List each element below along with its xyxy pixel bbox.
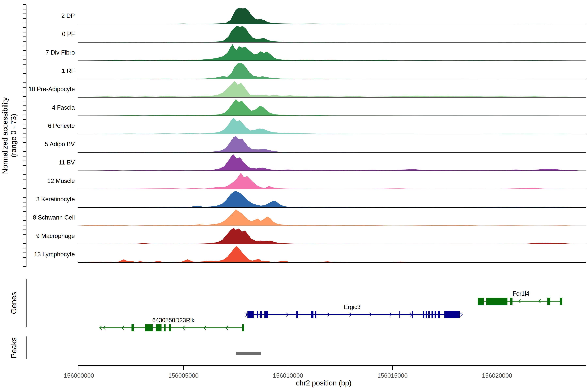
gene-exon: [156, 324, 162, 332]
track-10-pre-adipocyte: 10 Pre-Adipocyte: [28, 81, 586, 97]
track-label-8-schwann-cell: 8 Schwann Cell: [33, 214, 75, 221]
track-13-lymphocyte: 13 Lymphocyte: [34, 246, 586, 262]
track-signal-0-pf: [79, 26, 581, 42]
gene-exon: [264, 311, 268, 318]
gene-exon: [315, 311, 316, 318]
track-label-0-pf: 0 PF: [62, 31, 75, 38]
track-signal-11-bv: [79, 154, 581, 171]
gene-exon: [428, 311, 430, 318]
track-label-13-lymphocyte: 13 Lymphocyte: [34, 251, 75, 258]
track-signal-13-lymphocyte: [79, 246, 581, 262]
track-label-10-pre-adipocyte: 10 Pre-Adipocyte: [28, 86, 75, 92]
y-axis-title-line1: Normalized accessibility: [1, 97, 9, 174]
track-8-schwann-cell: 8 Schwann Cell: [33, 210, 586, 226]
track-signal-10-pre-adipocyte: [79, 81, 581, 97]
strand-direction-chevron-icon: [460, 313, 462, 316]
x-axis-tick-label: 156020000: [482, 372, 512, 379]
track-0-pf: 0 PF: [62, 26, 586, 42]
x-axis-tick-label: 156010000: [273, 372, 303, 379]
gene-model-ergic3[interactable]: Ergic3: [245, 304, 462, 318]
track-5-adipo-bv: 5 Adipo BV: [45, 136, 586, 152]
track-signal-7-div-fibro: [79, 44, 581, 61]
gene-exon: [169, 324, 171, 332]
gene-model-6430550d23rik[interactable]: 6430550D23Rik: [100, 317, 244, 332]
gene-exon: [145, 324, 153, 332]
track-label-6-pericyte: 6 Pericyte: [48, 122, 75, 129]
genome-browser-figure: Normalized accessibility (range 0 - 73) …: [0, 0, 588, 392]
peak-region-bar[interactable]: [236, 352, 261, 356]
track-signal-12-muscle: [79, 173, 581, 189]
track-signal-4-fascia: [79, 100, 581, 116]
gene-exon: [560, 298, 562, 305]
gene-exon: [132, 324, 134, 332]
track-label-7-div-fibro: 7 Div Fibro: [46, 49, 75, 56]
track-6-pericyte: 6 Pericyte: [48, 118, 586, 134]
track-signal-6-pericyte: [79, 118, 581, 134]
gene-model-fer1l4[interactable]: Fer1l4: [478, 290, 562, 305]
track-label-3-keratinocyte: 3 Keratinocyte: [36, 196, 75, 202]
track-label-12-muscle: 12 Muscle: [47, 178, 75, 184]
peaks-section-label: Peaks: [10, 338, 18, 358]
gene-exon: [547, 298, 550, 305]
track-signal-5-adipo-bv: [79, 136, 581, 152]
gene-exon: [478, 298, 484, 305]
track-1-rf: 1 RF: [62, 63, 586, 79]
track-4-fascia: 4 Fascia: [52, 100, 586, 116]
x-axis-title: chr2 position (bp): [296, 379, 352, 387]
gene-name-label-ergic3: Ergic3: [344, 304, 360, 310]
gene-exon: [435, 311, 436, 318]
y-axis-title-line2: (range 0 - 73): [10, 114, 18, 158]
track-label-5-adipo-bv: 5 Adipo BV: [45, 141, 75, 148]
track-11-bv: 11 BV: [59, 154, 586, 171]
track-signal-3-keratinocyte: [79, 191, 581, 208]
track-2-dp: 2 DP: [62, 8, 586, 24]
gene-exon: [257, 311, 258, 318]
track-signal-2-dp: [79, 8, 581, 24]
gene-exon: [486, 298, 508, 305]
track-label-9-macrophage: 9 Macrophage: [36, 232, 75, 239]
gene-exon: [426, 311, 427, 318]
track-label-11-bv: 11 BV: [59, 159, 75, 166]
track-9-macrophage: 9 Macrophage: [36, 228, 586, 244]
accessibility-axis-ruler: [23, 4, 26, 266]
gene-exon: [248, 311, 254, 318]
track-signal-9-macrophage: [79, 228, 581, 244]
genome-tracks-canvas: Normalized accessibility (range 0 - 73) …: [0, 0, 588, 392]
gene-name-label-6430550d23rik: 6430550D23Rik: [152, 317, 194, 324]
x-axis-tick-label: 156015000: [377, 372, 408, 379]
gene-exon: [399, 311, 400, 318]
track-signal-8-schwann-cell: [79, 210, 581, 226]
track-label-2-dp: 2 DP: [62, 12, 75, 19]
track-3-keratinocyte: 3 Keratinocyte: [36, 191, 586, 208]
gene-exon: [510, 298, 512, 305]
x-axis-tick-label: 156000000: [64, 372, 94, 379]
gene-exon: [438, 311, 440, 318]
track-label-4-fascia: 4 Fascia: [52, 104, 75, 111]
gene-exon: [311, 311, 314, 318]
gene-exon: [242, 324, 244, 332]
gene-exon: [164, 324, 166, 332]
gene-name-label-fer1l4: Fer1l4: [512, 290, 529, 297]
gene-exon: [432, 311, 433, 318]
gene-exon: [296, 311, 298, 318]
track-7-div-fibro: 7 Div Fibro: [46, 44, 586, 61]
track-12-muscle: 12 Muscle: [47, 173, 586, 189]
gene-exon: [444, 311, 460, 318]
gene-exon: [423, 311, 424, 318]
genes-section-label: Genes: [10, 292, 18, 314]
x-axis-tick-label: 156005000: [168, 372, 198, 379]
track-signal-1-rf: [79, 63, 581, 79]
track-label-1-rf: 1 RF: [62, 68, 75, 74]
